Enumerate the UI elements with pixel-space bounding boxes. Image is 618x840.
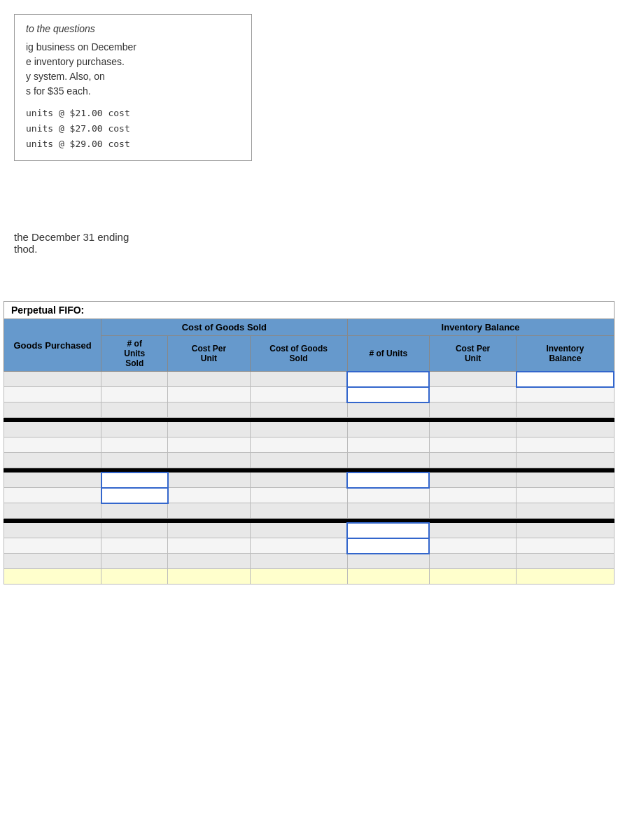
cell-num-units[interactable] [347,538,429,554]
cell-cost-per-unit [168,438,250,453]
cell-purchased [4,472,101,488]
table-row [4,503,615,519]
cell-total-inv-balance[interactable] [517,569,614,584]
input-num-units [348,524,428,538]
perpetual-fifo-table: Perpetual FIFO: Goods Purchased Cost of … [3,301,615,584]
cell-num-units [347,402,429,418]
cell-inv-cost-per [429,503,517,519]
table-row [4,438,615,453]
cell-cost-per-unit [168,554,250,569]
cell-cost-per-unit [168,538,250,554]
subheader-cost-goods-sold: Cost of GoodsSold [250,336,347,372]
cell-cost-goods-sold [250,538,347,554]
table-row [4,422,615,438]
cell-cost-goods-sold [250,488,347,503]
table-row [4,472,615,488]
header-cost-of-goods-sold: Cost of Goods Sold [101,319,348,336]
input-num-units [348,473,428,487]
cell-units-sold [101,453,168,468]
cell-cost-goods-sold [250,554,347,569]
input-num-units [348,372,428,386]
perpetual-fifo-label: Perpetual FIFO: [11,304,84,316]
input-num-units [348,539,428,553]
italic-text: to the questions [26,23,240,34]
cell-inv-balance [517,387,614,402]
cell-units-sold [101,422,168,438]
cell-units-sold [101,438,168,453]
cell-num-units [347,503,429,519]
main-header-row: Goods Purchased Cost of Goods Sold Inven… [4,319,615,336]
cell-num-units[interactable] [347,387,429,402]
table-row [4,372,615,387]
cell-purchased [4,422,101,438]
cell-total-purchased [4,569,101,584]
cell-num-units [347,438,429,453]
cell-inv-cost-per [429,472,517,488]
input-total-cogs [251,569,347,584]
cell-total-cost-per-unit [168,569,250,584]
cell-units-sold [101,538,168,554]
cell-num-units [347,554,429,569]
cell-inv-cost-per [429,372,517,387]
info-box-container: to the questions ig business on December… [14,14,252,172]
cell-units-sold [101,503,168,519]
cell-units-sold [101,554,168,569]
cell-units-sold [101,372,168,387]
table-row [4,387,615,402]
totals-row [4,569,615,584]
table-row [4,488,615,503]
cell-total-inv-cost-per [429,569,517,584]
cell-inv-balance[interactable] [517,372,614,387]
cell-total-cost-goods-sold[interactable] [250,569,347,584]
cell-cost-goods-sold [250,503,347,519]
subheader-inv-cost-per: Cost PerUnit [429,336,517,372]
cell-cost-goods-sold [250,523,347,538]
cell-inv-cost-per [429,554,517,569]
cell-num-units [347,488,429,503]
cell-units-sold[interactable] [101,472,168,488]
cell-cost-goods-sold [250,438,347,453]
cell-cost-per-unit [168,472,250,488]
cell-cost-per-unit [168,387,250,402]
cell-inv-cost-per [429,422,517,438]
cell-num-units[interactable] [347,523,429,538]
question-line-1: the December 31 ending [14,231,129,243]
desc-line-3: y system. Also, on [26,71,105,82]
cost-item-2: units @ $27.00 cost [26,123,130,134]
cell-cost-goods-sold [250,402,347,418]
input-inv-balance [517,372,613,386]
cell-cost-per-unit [168,488,250,503]
subheader-num-units: # of Units [347,336,429,372]
cell-cost-goods-sold [250,472,347,488]
cell-units-sold[interactable] [101,488,168,503]
table-row [4,523,615,538]
cell-cost-goods-sold [250,372,347,387]
cell-cost-per-unit [168,372,250,387]
subheader-cost-per-unit: Cost PerUnit [168,336,250,372]
cell-units-sold [101,402,168,418]
cell-units-sold [101,387,168,402]
cell-inv-cost-per [429,488,517,503]
input-units-sold [102,473,167,487]
table-row [4,402,615,418]
cell-purchased [4,372,101,387]
input-units-sold [102,489,167,503]
info-box: to the questions ig business on December… [14,14,252,161]
cell-num-units[interactable] [347,472,429,488]
cell-inv-cost-per [429,438,517,453]
question-text: the December 31 ending thod. [14,231,129,255]
cell-num-units[interactable] [347,372,429,387]
cell-num-units [347,453,429,468]
cell-num-units [347,422,429,438]
table-row [4,453,615,468]
cell-purchased [4,402,101,418]
cell-inv-cost-per [429,387,517,402]
cell-inv-cost-per [429,523,517,538]
desc-line-2: e inventory purchases. [26,56,125,67]
cell-cost-per-unit [168,402,250,418]
cell-cost-per-unit [168,453,250,468]
cost-item-3: units @ $29.00 cost [26,139,130,149]
cell-inv-cost-per [429,402,517,418]
cell-inv-balance [517,503,614,519]
cell-cost-goods-sold [250,422,347,438]
